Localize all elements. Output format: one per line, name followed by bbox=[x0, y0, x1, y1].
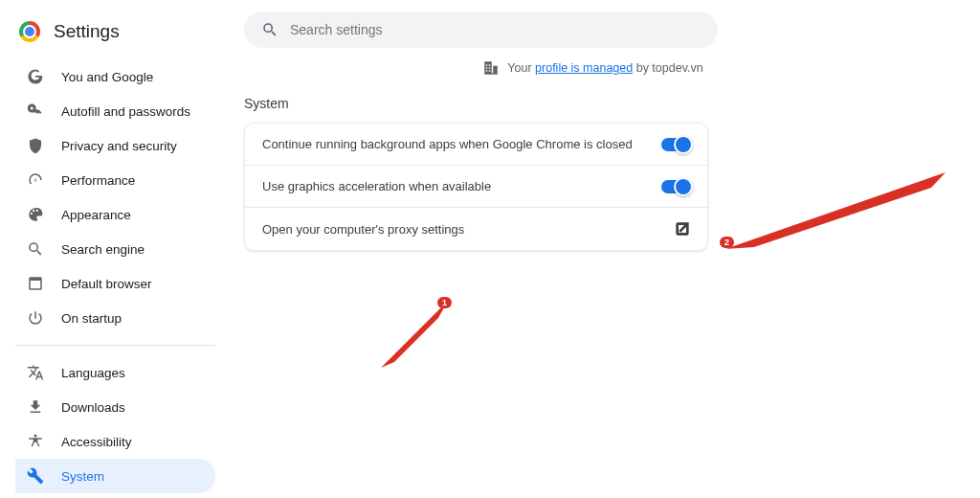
row-proxy-settings[interactable]: Open your computer's proxy settings bbox=[245, 208, 707, 250]
toggle-graphics-accel[interactable] bbox=[661, 180, 690, 193]
sidebar-item-label: On startup bbox=[61, 311, 122, 326]
nav-divider bbox=[15, 345, 215, 346]
sidebar-item-accessibility[interactable]: Accessibility bbox=[15, 424, 215, 459]
browser-icon bbox=[27, 275, 44, 292]
building-icon bbox=[482, 59, 500, 77]
chrome-logo-icon bbox=[19, 21, 40, 42]
wrench-icon bbox=[27, 467, 44, 485]
sidebar-item-reset[interactable]: Reset settings bbox=[15, 493, 215, 498]
system-card: Continue running background apps when Go… bbox=[244, 123, 708, 251]
sidebar-item-privacy[interactable]: Privacy and security bbox=[15, 128, 215, 163]
row-graphics-accel: Use graphics acceleration when available bbox=[245, 166, 707, 208]
speedometer-icon bbox=[27, 171, 44, 189]
sidebar-item-languages[interactable]: Languages bbox=[15, 355, 215, 390]
managed-banner: Your profile is managed by topdev.vn bbox=[244, 59, 942, 77]
sidebar-item-label: Search engine bbox=[61, 242, 145, 257]
download-icon bbox=[27, 398, 44, 416]
shield-icon bbox=[27, 137, 44, 154]
sidebar-item-label: System bbox=[61, 469, 104, 484]
sidebar: Settings You and Google Autofill and pas… bbox=[0, 0, 244, 498]
toggle-background-apps[interactable] bbox=[661, 138, 690, 151]
sidebar-item-label: Performance bbox=[61, 173, 135, 188]
sidebar-item-on-startup[interactable]: On startup bbox=[15, 301, 215, 335]
sidebar-item-system[interactable]: System bbox=[15, 459, 215, 493]
row-label: Use graphics acceleration when available bbox=[262, 179, 491, 193]
page-title: Settings bbox=[54, 21, 120, 42]
managed-link[interactable]: profile is managed bbox=[535, 61, 633, 75]
sidebar-item-autofill[interactable]: Autofill and passwords bbox=[15, 94, 215, 128]
nav-list: You and Google Autofill and passwords Pr… bbox=[15, 59, 244, 498]
row-background-apps: Continue running background apps when Go… bbox=[245, 124, 707, 166]
row-label: Continue running background apps when Go… bbox=[262, 137, 633, 151]
sidebar-item-you-and-google[interactable]: You and Google bbox=[15, 59, 215, 94]
sidebar-item-label: Accessibility bbox=[61, 435, 132, 449]
sidebar-item-label: Default browser bbox=[61, 277, 152, 291]
sidebar-item-label: Appearance bbox=[61, 208, 131, 222]
translate-icon bbox=[27, 364, 44, 381]
managed-text: Your profile is managed by topdev.vn bbox=[507, 61, 702, 75]
annotation-2: 2 bbox=[725, 172, 955, 262]
google-g-icon bbox=[27, 68, 44, 85]
annotation-1: 1 bbox=[381, 301, 457, 381]
main-content: Your profile is managed by topdev.vn Sys… bbox=[244, 0, 980, 498]
annotation-marker-2: 2 bbox=[720, 237, 734, 248]
sidebar-item-downloads[interactable]: Downloads bbox=[15, 390, 215, 424]
open-in-new-icon[interactable] bbox=[675, 221, 690, 237]
key-icon bbox=[27, 102, 44, 120]
accessibility-icon bbox=[27, 433, 44, 450]
sidebar-item-default-browser[interactable]: Default browser bbox=[15, 266, 215, 301]
svg-marker-0 bbox=[381, 301, 448, 368]
annotation-marker-1: 1 bbox=[437, 297, 452, 308]
sidebar-header: Settings bbox=[15, 15, 244, 59]
sidebar-item-label: You and Google bbox=[61, 70, 153, 84]
sidebar-item-search-engine[interactable]: Search engine bbox=[15, 232, 215, 266]
search-icon bbox=[261, 21, 278, 38]
sidebar-item-appearance[interactable]: Appearance bbox=[15, 197, 215, 232]
section-title: System bbox=[244, 96, 942, 111]
search-bar[interactable] bbox=[244, 11, 718, 48]
palette-icon bbox=[27, 206, 44, 223]
search-icon bbox=[27, 240, 44, 258]
sidebar-item-label: Autofill and passwords bbox=[61, 104, 190, 119]
sidebar-item-label: Languages bbox=[61, 366, 125, 380]
svg-marker-1 bbox=[725, 172, 946, 249]
row-label: Open your computer's proxy settings bbox=[262, 222, 464, 237]
sidebar-item-performance[interactable]: Performance bbox=[15, 163, 215, 197]
sidebar-item-label: Downloads bbox=[61, 400, 125, 415]
search-input[interactable] bbox=[290, 22, 701, 37]
power-icon bbox=[27, 309, 44, 327]
sidebar-item-label: Privacy and security bbox=[61, 139, 177, 153]
